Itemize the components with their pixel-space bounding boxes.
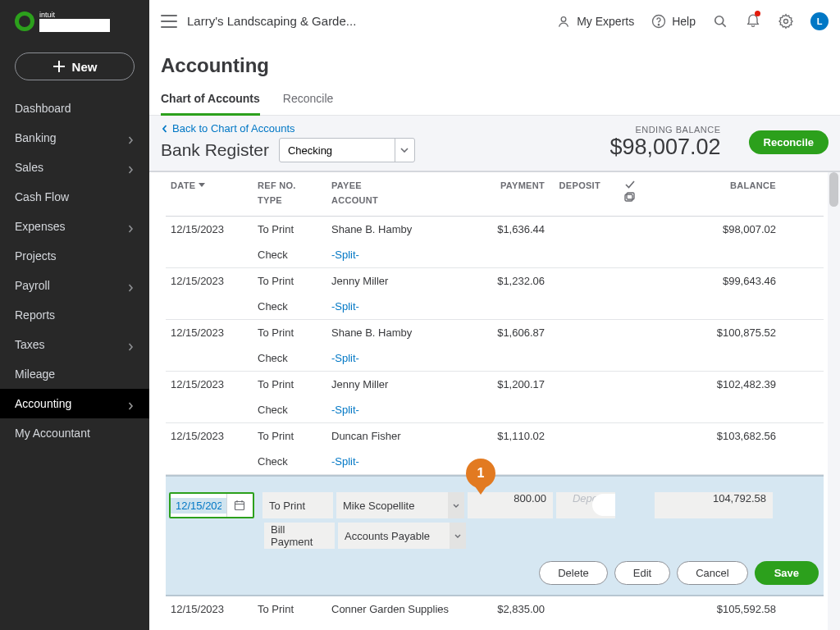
sidebar-item-projects[interactable]: Projects [0,241,149,271]
brand: intuit quickbooks [0,0,149,43]
deposit-cell[interactable]: Deposit [556,492,615,518]
sidebar-item-reports[interactable]: Reports [0,300,149,330]
person-icon [555,13,572,30]
account-select-input[interactable] [280,141,395,160]
chevron-right-icon [126,163,135,171]
sidebar-item-label: Accounting [15,397,71,410]
chevron-right-icon [126,340,135,349]
sidebar-item-dashboard[interactable]: Dashboard [0,94,149,123]
cell-payee: Conner Garden Supplies [331,603,463,615]
chevron-down-icon [400,148,409,153]
gear-icon[interactable] [778,13,794,30]
cell-balance: $102,482.39 [653,378,781,390]
cell-payment: $1,606.87 [463,326,551,339]
new-button[interactable]: New [15,52,135,80]
brand-name: quickbooks [39,19,110,32]
scrollbar[interactable] [828,172,840,630]
table-row[interactable]: 12/15/2023 To Print Conner Garden Suppli… [166,596,824,630]
sidebar-item-banking[interactable]: Banking [0,123,149,153]
edit-row: 1 To Print Mike Scopellite [166,475,824,596]
cell-account[interactable]: -Split- [331,404,463,416]
sidebar-item-mileage[interactable]: Mileage [0,359,149,389]
avatar[interactable]: L [810,12,829,30]
sidebar-item-label: Sales [15,161,43,174]
col-date-header[interactable]: DATE [171,180,205,190]
save-button[interactable]: Save [755,561,819,585]
cell-account[interactable]: -Split- [331,249,463,261]
table-row[interactable]: 12/15/2023To PrintJenny Miller$1,200.17$… [166,372,824,423]
cell-account[interactable]: -Split- [331,300,463,313]
cell-payment: $1,636.44 [463,223,551,235]
type-cell[interactable]: Bill Payment [264,523,335,549]
cell-ref: To Print [258,430,331,442]
ref-cell[interactable]: To Print [262,492,333,518]
cell-account[interactable]: -Split- [331,352,463,364]
topbar: Larry's Landscaping & Garde... My Expert… [149,0,840,43]
chevron-right-icon [126,222,135,231]
payee-dropdown[interactable] [448,492,464,518]
company-selector[interactable]: Larry's Landscaping & Garde... [187,14,356,28]
cell-balance: $100,875.52 [653,326,781,339]
sidebar-item-label: Taxes [15,338,45,351]
date-input[interactable] [169,492,254,518]
sidebar: intuit quickbooks New DashboardBankingSa… [0,0,149,630]
delete-button[interactable]: Delete [539,561,608,585]
back-link[interactable]: Back to Chart of Accounts [161,122,415,135]
sidebar-item-my-accountant[interactable]: My Accountant [0,418,149,448]
col-payee-header: PAYEE [331,180,463,190]
scrollbar-thumb[interactable] [829,172,838,207]
context-bar: Back to Chart of Accounts Bank Register [149,116,840,172]
my-experts-link[interactable]: My Experts [555,13,634,30]
svg-rect-7 [235,502,244,510]
menu-icon[interactable] [161,15,177,28]
balance-cell[interactable]: 104,792.58 [655,492,773,518]
svg-point-3 [715,16,724,24]
sidebar-item-cash-flow[interactable]: Cash Flow [0,182,149,212]
sidebar-item-expenses[interactable]: Expenses [0,212,149,241]
sidebar-item-label: Cash Flow [15,190,69,203]
account-dropdown[interactable] [450,523,466,549]
sidebar-item-label: Dashboard [15,102,71,115]
tab-reconcile[interactable]: Reconcile [283,85,333,116]
table-row[interactable]: 12/15/2023To PrintShane B. Hamby$1,636.4… [166,217,824,268]
cell-balance: $99,643.46 [653,275,781,287]
help-label: Help [672,15,696,28]
cell-ref: To Print [258,326,331,339]
help-link[interactable]: Help [651,13,696,30]
reconcile-button[interactable]: Reconcile [749,130,829,154]
sidebar-item-payroll[interactable]: Payroll [0,271,149,300]
sidebar-item-taxes[interactable]: Taxes [0,330,149,359]
sidebar-item-label: Payroll [15,279,50,292]
cell-ref: To Print [258,275,331,287]
search-icon[interactable] [712,13,728,30]
date-field[interactable] [171,498,226,514]
help-icon [651,13,667,30]
my-experts-label: My Experts [577,15,634,28]
cell-account[interactable]: -Split- [331,455,463,468]
cell-date: 12/15/2023 [166,430,258,442]
cell-ref: To Print [258,378,331,390]
table-row[interactable]: 12/15/2023To PrintJenny Miller$1,232.06$… [166,268,824,320]
account-select[interactable] [279,138,415,162]
sidebar-item-label: Expenses [15,220,65,233]
account-cell[interactable]: Accounts Payable [338,523,466,549]
new-button-label: New [72,60,98,74]
chevron-right-icon [126,399,135,408]
svg-point-4 [784,19,788,23]
ending-balance: ENDING BALANCE $98,007.02 [609,125,720,160]
cell-date: 12/15/2023 [166,378,258,390]
sidebar-item-sales[interactable]: Sales [0,153,149,182]
sidebar-item-accounting[interactable]: Accounting [0,389,149,418]
notification-dot-icon [755,11,760,16]
payee-cell[interactable]: Mike Scopellite [336,492,464,518]
table-row[interactable]: 12/15/2023To PrintShane B. Hamby$1,606.8… [166,320,824,372]
chevron-right-icon [126,134,135,142]
edit-button[interactable]: Edit [614,561,670,585]
sidebar-item-label: Mileage [15,368,55,381]
notifications-button[interactable] [745,11,761,31]
tab-chart-of-accounts[interactable]: Chart of Accounts [161,85,260,116]
calendar-icon[interactable] [226,494,251,517]
cancel-button[interactable]: Cancel [677,561,747,585]
account-select-dropdown[interactable] [395,139,414,162]
payment-cell[interactable]: 800.00 [468,492,553,518]
